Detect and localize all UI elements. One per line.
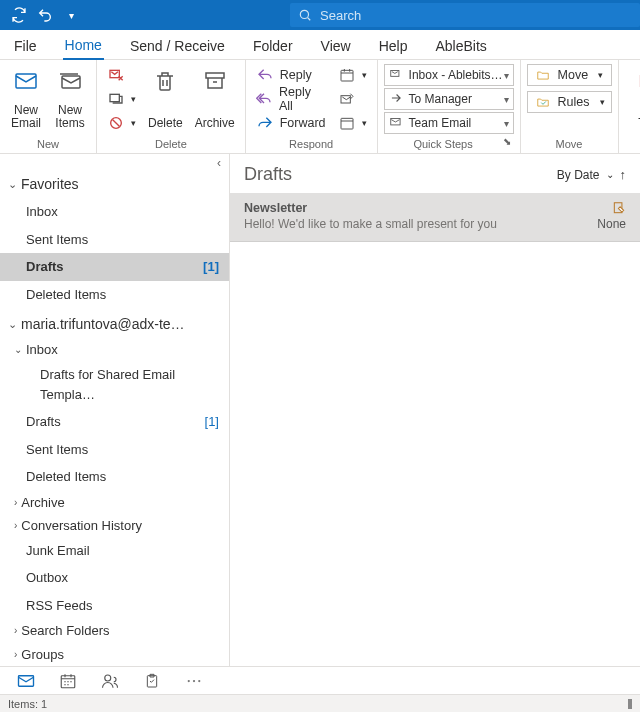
menu-ablebits[interactable]: AbleBits <box>433 33 488 59</box>
ribbon-group-label: New <box>6 136 90 153</box>
message-preview: Hello! We'd like to make a small present… <box>244 217 497 231</box>
folder-deleted-2[interactable]: Deleted Items <box>0 463 229 491</box>
chevron-down-icon: ▾ <box>504 70 509 81</box>
reply-button[interactable]: Reply <box>252 64 330 86</box>
menu-file[interactable]: File <box>12 33 39 59</box>
sort-direction-icon[interactable]: ↑ <box>620 167 627 182</box>
meeting-button[interactable]: ▾ <box>334 64 371 86</box>
junk-icon <box>107 114 125 132</box>
chevron-down-icon: ⌄ <box>8 318 17 331</box>
account-header[interactable]: ⌄maria.trifuntova@adx-te… <box>0 310 229 338</box>
chevron-right-icon: › <box>14 520 17 531</box>
main-area: ‹ ⌄Favorites Inbox Sent Items Drafts[1] … <box>0 154 640 666</box>
folder-move-icon <box>534 66 552 84</box>
folder-groups[interactable]: ›Groups <box>0 643 229 666</box>
ribbon-group-quick-steps: Inbox - Ablebits…▾ To Manager▾ Team Emai… <box>378 60 521 153</box>
dialog-launcher-icon[interactable]: ⬊ <box>503 136 514 153</box>
flag-icon <box>629 66 640 96</box>
folder-shared-drafts[interactable]: Drafts for Shared Email Templa… <box>0 361 229 408</box>
svg-point-17 <box>188 679 190 681</box>
new-email-button[interactable]: New Email <box>6 64 46 132</box>
folder-drafts-2[interactable]: Drafts[1] <box>0 408 229 436</box>
message-category: None <box>597 217 626 231</box>
tags-button[interactable]: Ta <box>625 64 640 132</box>
reply-all-button[interactable]: Reply All <box>252 88 330 110</box>
cleanup-icon <box>107 90 125 108</box>
folder-inbox[interactable]: Inbox <box>0 198 229 226</box>
chevron-down-icon: ⌄ <box>8 178 17 191</box>
new-items-button[interactable]: New Items <box>50 64 90 132</box>
share-button[interactable] <box>334 88 371 110</box>
more-respond-button[interactable]: ▾ <box>334 112 371 134</box>
menu-home[interactable]: Home <box>63 32 104 60</box>
folder-sent-2[interactable]: Sent Items <box>0 436 229 464</box>
ignore-button[interactable] <box>103 64 140 86</box>
forward-button[interactable]: Forward <box>252 112 330 134</box>
ignore-icon <box>107 66 125 84</box>
search-box[interactable] <box>290 3 640 27</box>
svg-rect-1 <box>16 74 36 88</box>
more-nav-icon[interactable] <box>184 671 204 691</box>
undo-icon[interactable] <box>36 6 54 24</box>
mail-nav-icon[interactable] <box>16 671 36 691</box>
reply-icon <box>256 66 274 84</box>
menu-view[interactable]: View <box>319 33 353 59</box>
chevron-down-icon[interactable]: ▾ <box>62 6 80 24</box>
svg-point-19 <box>198 679 200 681</box>
ribbon-group-label: Respond <box>252 136 371 153</box>
folder-archive[interactable]: ›Archive <box>0 491 229 514</box>
status-bar: Items: 1 <box>0 694 640 712</box>
quick-step-to-manager[interactable]: To Manager▾ <box>384 88 514 110</box>
archive-button[interactable]: Archive <box>191 64 239 132</box>
sync-icon[interactable] <box>10 6 28 24</box>
chevron-down-icon: ▾ <box>362 118 367 128</box>
quick-step-inbox[interactable]: Inbox - Ablebits…▾ <box>384 64 514 86</box>
cleanup-button[interactable]: ▾ <box>103 88 140 110</box>
forward-arrow-icon <box>389 91 405 107</box>
account-inbox[interactable]: ⌄Inbox <box>0 338 229 361</box>
folder-junk[interactable]: Junk Email <box>0 537 229 565</box>
content-header: Drafts By Date ⌄ ↑ <box>230 154 640 193</box>
quick-step-team-email[interactable]: Team Email▾ <box>384 112 514 134</box>
folder-rss[interactable]: RSS Feeds <box>0 592 229 620</box>
collapse-pane-icon[interactable]: ‹ <box>0 154 229 170</box>
svg-point-0 <box>300 10 308 18</box>
sort-control[interactable]: By Date ⌄ ↑ <box>557 167 626 182</box>
folder-deleted[interactable]: Deleted Items <box>0 281 229 309</box>
chevron-down-icon: ⌄ <box>14 344 22 355</box>
folder-outbox[interactable]: Outbox <box>0 564 229 592</box>
trash-icon <box>149 66 181 96</box>
search-input[interactable] <box>320 8 632 23</box>
chevron-down-icon: ▾ <box>504 118 509 129</box>
ribbon-group-label: Delete <box>103 136 239 153</box>
share-icon <box>338 90 356 108</box>
menu-folder[interactable]: Folder <box>251 33 295 59</box>
folder-conversation-history[interactable]: ›Conversation History <box>0 514 229 537</box>
folder-drafts[interactable]: Drafts[1] <box>0 253 229 281</box>
chevron-right-icon: › <box>14 649 17 660</box>
content-pane: Drafts By Date ⌄ ↑ Newsletter Hello! We'… <box>230 154 640 666</box>
folder-search-folders[interactable]: ›Search Folders <box>0 619 229 642</box>
item-count: Items: 1 <box>8 698 47 710</box>
svg-point-18 <box>193 679 195 681</box>
calendar-nav-icon[interactable] <box>58 671 78 691</box>
favorites-header[interactable]: ⌄Favorites <box>0 170 229 198</box>
delete-button[interactable]: Delete <box>144 64 187 132</box>
more-icon <box>338 114 356 132</box>
junk-button[interactable]: ▾ <box>103 112 140 134</box>
reply-all-icon <box>256 90 273 108</box>
folder-sent-items[interactable]: Sent Items <box>0 226 229 254</box>
people-nav-icon[interactable] <box>100 671 120 691</box>
archive-icon <box>199 66 231 96</box>
menu-send-receive[interactable]: Send / Receive <box>128 33 227 59</box>
move-button[interactable]: Move▾ <box>527 64 612 86</box>
forward-icon <box>256 114 274 132</box>
ribbon-group-move: Move▾ Rules▾ Move <box>521 60 619 153</box>
zoom-handle[interactable] <box>628 699 632 709</box>
ribbon: New Email New Items New ▾ ▾ Delete Archi… <box>0 60 640 154</box>
message-item[interactable]: Newsletter Hello! We'd like to make a sm… <box>230 193 640 242</box>
menu-help[interactable]: Help <box>377 33 410 59</box>
rules-button[interactable]: Rules▾ <box>527 91 612 113</box>
rules-icon <box>534 93 552 111</box>
tasks-nav-icon[interactable] <box>142 671 162 691</box>
